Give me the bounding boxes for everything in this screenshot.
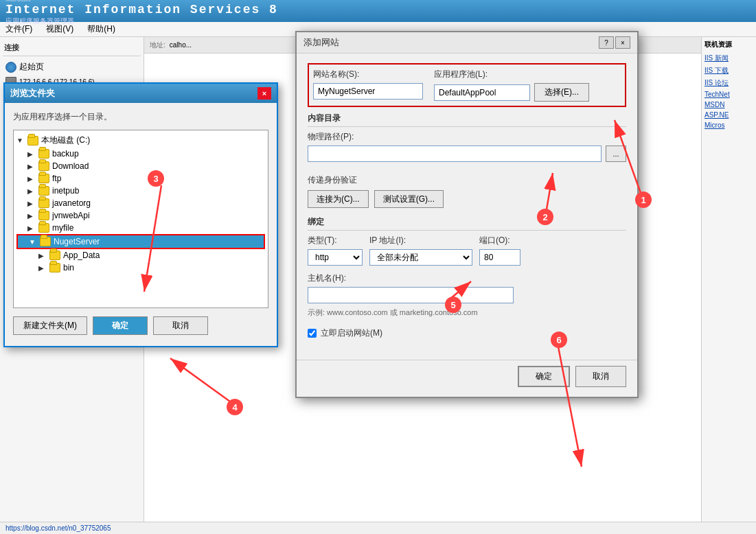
dialog-close-btn[interactable]: × (615, 36, 630, 49)
right-panel-msdn[interactable]: MSDN (705, 100, 753, 110)
dialog-help-btn[interactable]: ? (599, 36, 614, 49)
add-website-ok-btn[interactable]: 确定 (518, 366, 570, 387)
start-checkbox[interactable] (308, 329, 317, 338)
dialog-footer: 确定 取消 (297, 360, 637, 397)
tree-nugetserver-label: NugetServer (54, 237, 100, 246)
tree-appdata-label: App_Data (63, 251, 100, 260)
tree-item-jvnwebapi[interactable]: ▶ jvnwebApi (16, 209, 265, 222)
browse-close-btn[interactable]: × (257, 87, 271, 100)
tree-root-label: 本地磁盘 (C:) (41, 135, 90, 146)
menu-file[interactable]: 文件(F) (3, 22, 35, 36)
browse-path-btn[interactable]: ... (606, 146, 626, 162)
physical-path-label: 物理路径(P): (308, 131, 626, 143)
tree-item-myfile[interactable]: ▶ myfile (16, 222, 265, 234)
menu-view[interactable]: 视图(V) (43, 22, 76, 36)
right-panel-title: 联机资源 (705, 40, 753, 49)
dialog-title-buttons: ? × (599, 36, 630, 49)
type-group: 类型(T): http https (308, 235, 363, 266)
physical-path-group: 物理路径(P): ... (308, 131, 626, 169)
right-panel-microsoft[interactable]: Micros (705, 120, 753, 130)
binding-row: 类型(T): http https IP 地址(I): 全部未分配 端口(O): (308, 235, 626, 266)
app-pool-input[interactable] (434, 84, 530, 101)
right-panel-technet[interactable]: TechNet (705, 89, 753, 100)
start-checkbox-row: 立即启动网站(M) (308, 327, 626, 339)
root-folder-icon (27, 136, 38, 146)
bin-folder-icon (49, 263, 60, 272)
expand-appdata-arrow: ▶ (38, 252, 47, 259)
tree-item-ftp[interactable]: ▶ ftp (16, 172, 265, 185)
expand-root-arrow: ▼ (16, 137, 25, 144)
expand-backup-arrow: ▶ (27, 150, 36, 158)
tree-root[interactable]: ▼ 本地磁盘 (C:) (16, 133, 265, 148)
site-name-input[interactable] (313, 83, 423, 100)
app-pool-row: 选择(E)... (434, 83, 589, 102)
start-checkbox-label: 立即启动网站(M) (321, 327, 382, 339)
add-website-dialog: 添加网站 ? × 网站名称(S): 应用程序池(L): 选择(E)... 内容目… (295, 31, 639, 398)
port-group: 端口(O): (479, 235, 520, 266)
backup-folder-icon (38, 149, 49, 159)
right-panel-aspnet[interactable]: ASP.NE (705, 110, 753, 120)
tree-inetpub-label: inetpub (52, 186, 79, 196)
add-website-titlebar: 添加网站 ? × (297, 32, 637, 54)
ftp-folder-icon (38, 174, 49, 183)
connect-as-btn[interactable]: 连接为(C)... (308, 190, 369, 208)
tree-item-nugetserver[interactable]: ▼ NugetServer (16, 234, 265, 249)
ip-select[interactable]: 全部未分配 (369, 249, 472, 266)
sidebar-item-home-label: 起始页 (19, 61, 44, 73)
status-bar: https://blog.csdn.net/n0_37752065 (0, 522, 756, 534)
tree-item-bin[interactable]: ▶ bin (16, 262, 265, 274)
example-text: 示例: www.contoso.com 或 marketing.contoso.… (308, 307, 626, 318)
app-pool-label: 应用程序池(L): (434, 69, 589, 80)
type-select[interactable]: http https (308, 249, 363, 266)
physical-path-row: ... (308, 146, 626, 162)
hostname-label: 主机名(H): (308, 272, 626, 284)
browse-ok-btn[interactable]: 确定 (93, 316, 148, 335)
expand-download-arrow: ▶ (27, 163, 36, 170)
new-folder-btn[interactable]: 新建文件夹(M) (13, 316, 87, 335)
test-settings-btn[interactable]: 测试设置(G)... (374, 190, 444, 208)
expand-myfile-arrow: ▶ (27, 224, 36, 232)
right-panel-iis-news[interactable]: IIS 新闻 (705, 52, 753, 65)
expand-nugetserver-arrow: ▼ (29, 238, 37, 246)
status-url: https://blog.csdn.net/n0_37752065 (5, 524, 111, 532)
port-input[interactable] (479, 249, 520, 266)
port-label: 端口(O): (479, 235, 520, 246)
ip-group: IP 地址(I): 全部未分配 (369, 235, 472, 266)
hostname-input[interactable] (308, 287, 514, 303)
menu-help[interactable]: 帮助(H) (84, 22, 118, 36)
site-name-label: 网站名称(S): (313, 69, 423, 80)
appdata-folder-icon (49, 251, 60, 260)
add-website-cancel-btn[interactable]: 取消 (575, 366, 626, 387)
browse-tree[interactable]: ▼ 本地磁盘 (C:) ▶ backup ▶ Download ▶ ftp (13, 130, 268, 308)
select-app-pool-btn[interactable]: 选择(E)... (534, 83, 589, 102)
browse-dialog: 浏览文件夹 × 为应用程序选择一个目录。 ▼ 本地磁盘 (C:) ▶ backu… (3, 82, 278, 347)
tree-javanetorg-label: javanetorg (52, 198, 91, 208)
tree-jvnwebapi-label: jvnwebApi (52, 211, 90, 220)
dialog-body: 网站名称(S): 应用程序池(L): 选择(E)... 内容目录 物理路径(P)… (297, 54, 637, 360)
tree-item-backup[interactable]: ▶ backup (16, 148, 265, 160)
address-value: calho... (170, 41, 192, 49)
browse-cancel-btn[interactable]: 取消 (153, 316, 208, 335)
expand-ftp-arrow: ▶ (27, 175, 36, 183)
tree-bin-label: bin (63, 263, 74, 272)
app-pool-group: 应用程序池(L): 选择(E)... (434, 69, 589, 102)
address-label: 地址: (150, 40, 165, 50)
tree-item-appdata[interactable]: ▶ App_Data (16, 249, 265, 262)
browse-titlebar: 浏览文件夹 × (5, 84, 277, 103)
tree-item-inetpub[interactable]: ▶ inetpub (16, 185, 265, 197)
sidebar-item-home[interactable]: 起始页 (3, 59, 141, 75)
nugetserver-folder-icon (40, 237, 51, 246)
tree-item-javanetorg[interactable]: ▶ javanetorg (16, 197, 265, 209)
tree-download-label: Download (52, 161, 89, 171)
iis-titlebar: Microsoft Internet Information Services … (0, 0, 756, 22)
globe-icon (5, 62, 16, 73)
jvnwebapi-folder-icon (38, 211, 49, 220)
tree-ftp-label: ftp (52, 174, 61, 183)
tree-item-download[interactable]: ▶ Download (16, 160, 265, 172)
auth-section: 传递身份验证 连接为(C)... 测试设置(G)... (308, 174, 626, 208)
right-panel-iis-download[interactable]: IIS 下载 (705, 65, 753, 77)
expand-javanetorg-arrow: ▶ (27, 200, 36, 207)
javanetorg-folder-icon (38, 198, 49, 208)
physical-path-input[interactable] (308, 146, 602, 162)
right-panel-iis-forum[interactable]: IIS 论坛 (705, 77, 753, 89)
